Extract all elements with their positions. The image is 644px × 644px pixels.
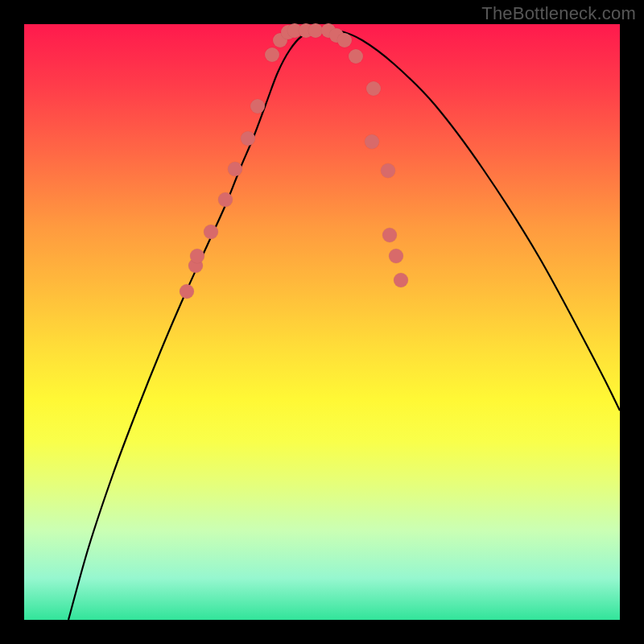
chart-frame: TheBottleneck.com (0, 0, 644, 644)
curve-marker (366, 81, 381, 96)
curve-marker (190, 249, 204, 263)
curve-marker (241, 131, 255, 146)
curve-marker (365, 134, 379, 149)
curve-marker (349, 49, 363, 64)
curve-marker (218, 192, 233, 207)
curve-marker (389, 249, 403, 263)
curve-marker (228, 162, 242, 176)
curve-marker (265, 47, 279, 62)
watermark-text: TheBottleneck.com (481, 3, 636, 24)
curve-marker (337, 33, 352, 47)
curve-marker (381, 163, 395, 178)
curve-marker (180, 284, 194, 299)
curve-marker (394, 273, 408, 287)
chart-plot-area (24, 24, 620, 620)
curve-marker (250, 99, 265, 114)
curve-marker (382, 228, 397, 242)
bottleneck-curve (24, 24, 620, 620)
curve-marker (204, 225, 218, 239)
